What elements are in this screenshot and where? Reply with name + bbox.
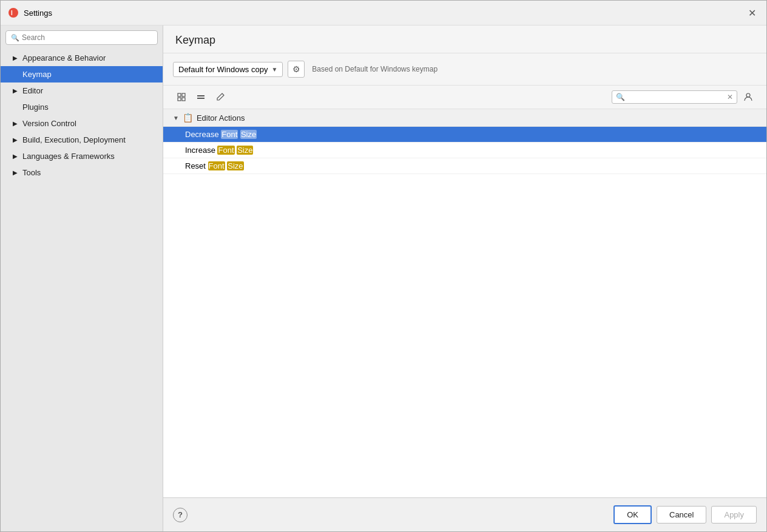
sidebar-item-keymap[interactable]: Keymap (1, 66, 163, 82)
sidebar-item-version-control[interactable]: ▶ Version Control (1, 115, 163, 132)
find-action-by-shortcut-button[interactable] (740, 89, 757, 105)
svg-rect-2 (178, 93, 181, 96)
close-button[interactable]: ✕ (745, 5, 759, 20)
right-panel: Keymap Default for Windows copy ▼ ⚙ Base… (163, 25, 766, 531)
expand-all-icon (177, 92, 186, 102)
highlight-size: Size (240, 130, 257, 139)
toolbar-row: 🔍 font size ✕ (163, 86, 766, 109)
sidebar-item-label: Build, Execution, Deployment (22, 135, 126, 144)
group-chevron-icon: ▼ (173, 115, 179, 121)
table-row[interactable]: Reset Font Size (163, 158, 766, 174)
sidebar-item-build[interactable]: ▶ Build, Execution, Deployment (1, 132, 163, 148)
chevron-right-icon: ▶ (13, 136, 18, 143)
sidebar-item-languages[interactable]: ▶ Languages & Frameworks (1, 148, 163, 164)
panel-title: Keymap (163, 25, 766, 53)
sidebar-item-label: Tools (22, 168, 41, 177)
sidebar-item-label: Editor (22, 86, 43, 95)
svg-rect-3 (182, 93, 185, 96)
sidebar: 🔍 ▶ Appearance & Behavior Keymap ▶ Edito… (1, 25, 163, 531)
keymap-dropdown[interactable]: Default for Windows copy ▼ (173, 62, 283, 77)
apply-button[interactable]: Apply (711, 506, 757, 524)
settings-window: I Settings ✕ 🔍 ▶ Appearance & Behavior K… (0, 0, 767, 532)
sidebar-item-tools[interactable]: ▶ Tools (1, 164, 163, 181)
sidebar-item-label: Languages & Frameworks (22, 152, 115, 161)
svg-rect-4 (178, 98, 181, 101)
expand-all-button[interactable] (173, 89, 190, 105)
sidebar-search-box[interactable]: 🔍 (5, 30, 158, 45)
main-content: 🔍 ▶ Appearance & Behavior Keymap ▶ Edito… (1, 25, 766, 531)
group-header-editor-actions[interactable]: ▼ 📋 Editor Actions (163, 109, 766, 127)
edit-icon (215, 92, 225, 102)
collapse-all-icon (196, 92, 206, 102)
svg-point-8 (746, 93, 750, 97)
sidebar-search-input[interactable] (22, 33, 152, 42)
sidebar-item-plugins[interactable]: Plugins (1, 99, 163, 115)
sidebar-search-icon: 🔍 (11, 34, 19, 42)
sidebar-item-appearance[interactable]: ▶ Appearance & Behavior (1, 50, 163, 66)
chevron-right-icon: ▶ (13, 55, 18, 61)
titlebar: I Settings ✕ (1, 1, 766, 25)
chevron-right-icon: ▶ (13, 153, 18, 160)
sidebar-item-label: Keymap (22, 70, 52, 79)
group-label: Editor Actions (197, 113, 245, 123)
chevron-right-icon: ▶ (13, 120, 18, 127)
search-icon: 🔍 (616, 93, 625, 101)
person-icon (743, 92, 753, 102)
chevron-right-icon: ▶ (13, 169, 18, 176)
ok-button[interactable]: OK (613, 505, 652, 524)
svg-point-0 (8, 8, 18, 18)
keymap-controls: Default for Windows copy ▼ ⚙ Based on De… (163, 53, 766, 86)
sidebar-item-editor[interactable]: ▶ Editor (1, 82, 163, 99)
cancel-button[interactable]: Cancel (657, 506, 706, 524)
group-icon: 📋 (183, 113, 193, 123)
keymap-dropdown-value: Default for Windows copy (178, 65, 268, 74)
collapse-all-button[interactable] (192, 89, 209, 105)
keymap-search-field[interactable]: 🔍 font size ✕ (612, 90, 737, 104)
clear-search-button[interactable]: ✕ (727, 93, 733, 101)
chevron-right-icon: ▶ (13, 87, 18, 94)
help-button[interactable]: ? (173, 508, 188, 522)
row-label: Increase Font Size (185, 146, 757, 155)
svg-rect-5 (182, 98, 185, 101)
keymap-table: ▼ 📋 Editor Actions Decrease Font Size In… (163, 109, 766, 497)
keymap-info-text: Based on Default for Windows keymap (312, 65, 438, 73)
sidebar-item-label: Appearance & Behavior (22, 53, 106, 62)
highlight-font: Font (208, 161, 225, 170)
gear-icon: ⚙ (292, 64, 300, 74)
highlight-font: Font (217, 146, 234, 155)
window-title: Settings (24, 8, 740, 18)
row-label: Decrease Font Size (185, 130, 757, 139)
highlight-size: Size (227, 161, 243, 170)
highlight-font: Font (221, 130, 238, 139)
edit-button[interactable] (212, 89, 229, 105)
footer: ? OK Cancel Apply (163, 497, 766, 531)
keymap-settings-button[interactable]: ⚙ (288, 61, 305, 78)
highlight-size: Size (237, 146, 253, 155)
table-row[interactable]: Increase Font Size (163, 143, 766, 158)
svg-rect-7 (197, 98, 204, 99)
keymap-search-input[interactable]: font size (627, 93, 725, 101)
svg-text:I: I (11, 10, 13, 16)
chevron-down-icon: ▼ (271, 66, 277, 73)
sidebar-item-label: Version Control (22, 119, 76, 128)
app-icon: I (8, 7, 19, 18)
sidebar-item-label: Plugins (22, 103, 49, 112)
svg-rect-6 (197, 95, 204, 96)
table-row[interactable]: Decrease Font Size (163, 127, 766, 143)
row-label: Reset Font Size (185, 161, 757, 170)
